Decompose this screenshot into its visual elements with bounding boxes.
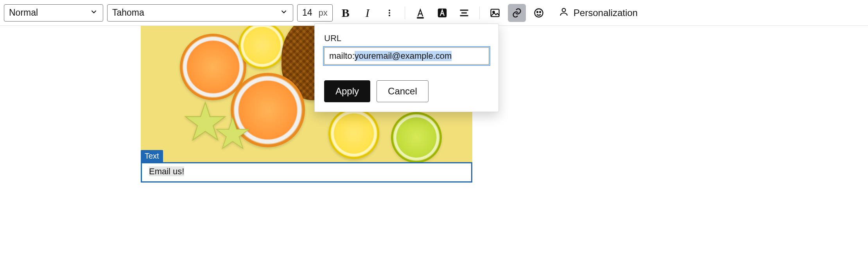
svg-point-10: [534, 9, 543, 17]
svg-point-2: [389, 14, 390, 16]
svg-point-11: [537, 11, 538, 13]
more-vertical-icon: [385, 7, 394, 18]
italic-button[interactable]: I: [359, 4, 377, 22]
link-icon: [511, 7, 522, 18]
svg-point-12: [540, 11, 541, 13]
font-size-input[interactable]: 14 px: [297, 4, 333, 22]
personalization-label: Personalization: [574, 7, 638, 18]
person-icon: [559, 7, 569, 19]
popup-actions: Apply Cancel: [324, 80, 489, 102]
url-input[interactable]: mailto:youremail@example.com: [324, 47, 489, 65]
align-button[interactable]: [455, 4, 473, 22]
svg-marker-15: [217, 118, 249, 148]
svg-point-13: [562, 8, 566, 12]
emoji-button[interactable]: [530, 4, 548, 22]
link-button[interactable]: [508, 4, 526, 22]
text-block-content: Email us!: [149, 166, 184, 176]
chevron-down-icon: [90, 7, 98, 18]
highlight-button[interactable]: [433, 4, 451, 22]
align-center-icon: [459, 7, 470, 18]
text-color-button[interactable]: [411, 4, 429, 22]
link-popup: URL mailto:youremail@example.com Apply C…: [314, 24, 499, 112]
font-size-value: 14: [302, 7, 312, 18]
cancel-button[interactable]: Cancel: [377, 80, 429, 102]
font-size-unit: px: [319, 8, 328, 18]
more-formatting-button[interactable]: [380, 4, 398, 22]
emoji-icon: [533, 7, 544, 18]
separator: [479, 7, 480, 19]
font-family-select[interactable]: Tahoma: [107, 4, 293, 22]
italic-icon: I: [366, 6, 369, 20]
text-block-wrap: Text Email us!: [141, 162, 472, 183]
url-value: youremail@example.com: [355, 51, 452, 61]
url-label: URL: [324, 33, 489, 43]
text-style-value: Normal: [9, 7, 38, 18]
svg-point-0: [389, 9, 390, 11]
separator: [405, 7, 405, 19]
font-family-value: Tahoma: [112, 7, 144, 18]
svg-point-1: [389, 12, 390, 13]
bold-button[interactable]: B: [337, 4, 355, 22]
block-type-tag: Text: [141, 150, 163, 162]
cancel-label: Cancel: [388, 86, 417, 97]
image-button[interactable]: [486, 4, 504, 22]
chevron-down-icon: [280, 7, 288, 18]
highlight-icon: [436, 7, 448, 19]
text-color-icon: [414, 7, 426, 19]
bold-icon: B: [342, 6, 350, 20]
image-icon: [490, 7, 500, 18]
editor-toolbar: Normal Tahoma 14 px B I: [0, 0, 868, 26]
apply-label: Apply: [335, 86, 359, 97]
url-prefix: mailto:: [329, 51, 355, 61]
text-block[interactable]: Email us!: [141, 162, 472, 183]
personalization-button[interactable]: Personalization: [552, 4, 645, 22]
apply-button[interactable]: Apply: [324, 80, 370, 102]
text-style-select[interactable]: Normal: [4, 4, 103, 22]
